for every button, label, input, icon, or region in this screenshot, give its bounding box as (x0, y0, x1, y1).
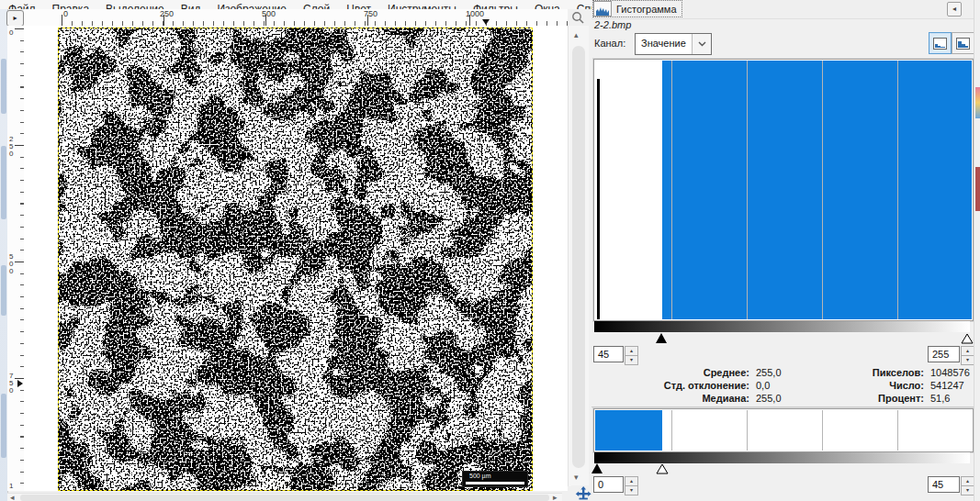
spin-down-icon[interactable]: ▾ (961, 485, 974, 495)
tab-histogram[interactable]: Гистограмма (592, 0, 682, 17)
icon-fragment (975, 167, 980, 211)
canvas-viewport[interactable]: 500 µm (24, 26, 568, 491)
log-histogram-icon (956, 38, 970, 50)
toolbox-icon-fragment (1, 394, 6, 458)
ruler-label: 1000 (466, 9, 484, 18)
gradient-range-strip-2[interactable] (594, 452, 970, 463)
horizontal-ruler[interactable]: 0 250 500 750 1000 (24, 9, 568, 27)
spin-down-icon[interactable]: ▾ (625, 355, 638, 365)
spin-down-icon[interactable]: ▾ (961, 355, 974, 365)
channel-label: Канал: (594, 38, 625, 49)
pointer-position-marker-icon (482, 19, 490, 25)
menu-edit[interactable]: Правка (44, 2, 98, 9)
stat-value: 1048576 (930, 367, 970, 378)
horizontal-scrollbar-thumb[interactable] (20, 495, 549, 501)
gradient-range-strip[interactable] (594, 321, 970, 332)
histogram-icon (593, 1, 612, 17)
menu-image[interactable]: Изображение (208, 2, 295, 9)
gridline (897, 410, 898, 451)
histogram-plot-area-2 (595, 410, 972, 451)
vertical-scrollbar-thumb[interactable] (572, 46, 585, 468)
chevron-down-icon (692, 34, 711, 54)
menu-help[interactable]: Справка (569, 2, 591, 9)
stat-stddev: Стд. отклонение:0,0 (595, 380, 770, 392)
stat-pixels: Пикселов:1048576 (812, 367, 970, 379)
collapse-arrow-icon: ◂ (952, 5, 956, 13)
histogram-plot-area (595, 61, 972, 319)
menu-tools[interactable]: Инструменты (379, 2, 465, 9)
dockable-tab-row: Гистограмма ◂ (591, 0, 974, 19)
scroll-down-icon[interactable]: ▾ (574, 473, 579, 482)
horizontal-scrollbar[interactable]: ◂ ▸ (7, 493, 562, 501)
right-edge-sliver (974, 0, 980, 501)
selected-range-highlight (595, 410, 662, 451)
range-low-handle-2[interactable] (591, 463, 603, 473)
toolbox-icon-fragment (1, 59, 6, 114)
histogram-display[interactable] (593, 59, 974, 321)
gimp-window: ФайлПравкаВыделениеВидИзображениеСлойЦве… (0, 0, 980, 501)
gridline (747, 410, 748, 451)
menu-file[interactable]: Файл (0, 2, 44, 9)
stat-value: 255,0 (756, 367, 782, 378)
linear-histogram-button[interactable] (929, 32, 952, 54)
range-high-handle[interactable] (961, 333, 974, 344)
channel-select[interactable]: Значение (635, 33, 712, 55)
ruler-label: 1 (9, 483, 16, 490)
toolbox-icon-fragment (1, 265, 6, 316)
menu-select[interactable]: Выделение (97, 2, 173, 9)
stat-label: Среднее: (595, 367, 749, 378)
menu-windows[interactable]: Окна (526, 2, 569, 9)
scroll-up-icon[interactable]: ▴ (574, 31, 579, 39)
vertical-scrollbar[interactable]: ▴ ▾ (568, 26, 589, 486)
menu-colors[interactable]: Цвет (338, 2, 379, 9)
ruler-label: 250 (9, 136, 16, 158)
image-file-label: 2-2.bmp (594, 19, 631, 30)
stat-label: Медиана: (595, 393, 749, 404)
stat-mean: Среднее:255,0 (595, 367, 782, 379)
menu-filters[interactable]: Фильтры (465, 2, 526, 9)
toolbox-icon-fragment (1, 146, 6, 219)
scroll-right-icon[interactable]: ▸ (553, 494, 558, 501)
scale-bar: 500 µm (462, 471, 528, 487)
stat-label: Пикселов: (812, 367, 924, 378)
selected-range-highlight (662, 61, 972, 319)
stat-percent: Процент:51,6 (812, 393, 950, 405)
zoom-fit-button[interactable] (570, 10, 587, 25)
stat-count: Число:541247 (812, 380, 964, 392)
range-low-handle[interactable] (656, 333, 667, 343)
micrograph-image (59, 28, 532, 490)
image-layer-boundary[interactable]: 500 µm (58, 28, 533, 491)
range-low-value[interactable]: 45 (593, 346, 624, 362)
log-histogram-button[interactable] (952, 32, 974, 54)
range-high-handle-2[interactable] (656, 463, 669, 474)
range-high-value-2[interactable]: 45 (928, 476, 960, 493)
gridline (822, 61, 823, 319)
play-icon: ▸ (13, 14, 17, 22)
canvas-menu-button[interactable]: ▸ (6, 10, 24, 27)
color-icon-fragment (975, 87, 980, 118)
stat-value: 255,0 (756, 393, 782, 404)
range-low-spinbox[interactable]: 45 ▴ ▾ (593, 346, 637, 364)
ruler-label: 500 (9, 253, 16, 275)
pointer-position-marker-icon (17, 380, 23, 387)
histogram-bar-value-0 (597, 79, 600, 319)
histogram-display-2[interactable] (593, 408, 974, 452)
ruler-label: 0 (63, 9, 68, 18)
scale-bar-label: 500 µm (469, 473, 491, 479)
range-high-value[interactable]: 255 (928, 346, 960, 362)
gridline (822, 410, 823, 451)
range-low-spinbox-2[interactable]: 0 ▴ ▾ (593, 476, 637, 495)
gridline (671, 410, 672, 451)
range-high-spinbox[interactable]: 255 ▴ ▾ (928, 346, 974, 364)
panel-collapse-button[interactable]: ◂ (947, 2, 962, 17)
menu-view[interactable]: Вид (173, 2, 209, 9)
range-low-value-2[interactable]: 0 (593, 476, 624, 493)
scroll-left-icon[interactable]: ◂ (10, 494, 15, 501)
stat-value: 51,6 (930, 393, 950, 404)
vertical-ruler[interactable]: 0 250 500 750 1 (7, 26, 25, 491)
spin-down-icon[interactable]: ▾ (625, 485, 638, 495)
stat-value: 0,0 (756, 380, 770, 391)
tab-label: Гистограмма (616, 4, 677, 15)
range-high-spinbox-2[interactable]: 45 ▴ ▾ (928, 476, 974, 495)
menu-layer[interactable]: Слой (295, 2, 338, 9)
